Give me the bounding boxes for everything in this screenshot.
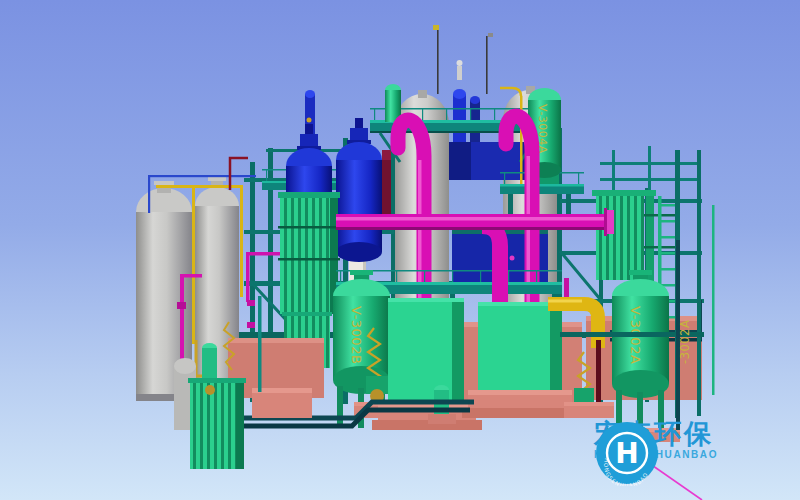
logo-mark-icon: H HONGSENHUANBAO	[594, 420, 660, 486]
model-viewport[interactable]: V-3004A V-3002B	[0, 0, 800, 500]
pipe-flange	[607, 210, 614, 234]
logo-letter: H	[615, 437, 638, 470]
vent-stack-line	[437, 28, 439, 94]
green-skid-right	[462, 302, 578, 418]
v3002a-vessel: V-3002A	[604, 270, 680, 442]
tag-v3002b: V-3002B	[349, 306, 364, 364]
vent-stack-line	[486, 36, 488, 94]
valve	[247, 300, 255, 306]
tag-3002a-partial: -3002A	[678, 320, 692, 364]
valve	[247, 322, 255, 328]
company-logo: H HONGSENHUANBAO 宏森环保 HONGSENHUANBAO	[594, 420, 718, 460]
valve	[177, 302, 186, 309]
